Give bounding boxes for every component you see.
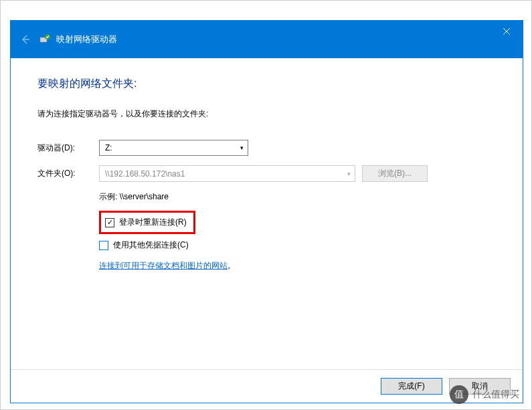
drive-value: Z: (105, 143, 112, 152)
drive-row: 驱动器(D): Z: ▾ (37, 140, 496, 156)
folder-row: 文件夹(O): \\192.168.50.172\nas1 ▾ 浏览(B)... (37, 165, 496, 182)
reconnect-checkbox[interactable] (105, 218, 114, 227)
titlebar: 映射网络驱动器 (11, 21, 523, 58)
folder-combobox[interactable]: \\192.168.50.172\nas1 ▾ (99, 165, 355, 182)
other-creds-checkbox[interactable] (99, 241, 108, 250)
watermark-text: 什么值得买 (472, 389, 519, 401)
reconnect-label: 登录时重新连接(R) (119, 217, 187, 228)
example-text: 示例: \\server\share (99, 191, 496, 203)
content-area: 要映射的网络文件夹: 请为连接指定驱动器号，以及你要连接的文件夹: 驱动器(D)… (11, 58, 523, 369)
back-arrow-icon[interactable] (19, 33, 32, 46)
watermark: 值 什么值得买 (450, 385, 519, 404)
chevron-down-icon: ▾ (240, 144, 244, 151)
storage-website-link[interactable]: 连接到可用于存储文档和图片的网站 (99, 260, 228, 272)
other-creds-row: 使用其他凭据连接(C) (99, 239, 496, 251)
network-drive-icon (39, 33, 51, 45)
close-button[interactable] (491, 21, 523, 42)
drive-label: 驱动器(D): (37, 142, 99, 154)
watermark-logo-icon: 值 (450, 385, 468, 404)
page-heading: 要映射的网络文件夹: (37, 77, 496, 91)
highlight-annotation: 登录时重新连接(R) (99, 211, 195, 234)
browse-button: 浏览(B)... (362, 165, 428, 182)
window-title: 映射网络驱动器 (56, 33, 117, 45)
drive-combobox[interactable]: Z: ▾ (99, 140, 248, 156)
instruction-text: 请为连接指定驱动器号，以及你要连接的文件夹: (37, 108, 496, 120)
dialog-window: 映射网络驱动器 要映射的网络文件夹: 请为连接指定驱动器号，以及你要连接的文件夹… (10, 20, 523, 403)
folder-label: 文件夹(O): (37, 168, 99, 179)
chevron-down-icon: ▾ (347, 171, 351, 177)
other-creds-label: 使用其他凭据连接(C) (113, 239, 189, 251)
finish-button[interactable]: 完成(F) (381, 378, 442, 395)
link-period: 。 (228, 261, 236, 270)
folder-value: \\192.168.50.172\nas1 (105, 169, 185, 179)
button-bar: 完成(F) 取消 (11, 369, 523, 403)
